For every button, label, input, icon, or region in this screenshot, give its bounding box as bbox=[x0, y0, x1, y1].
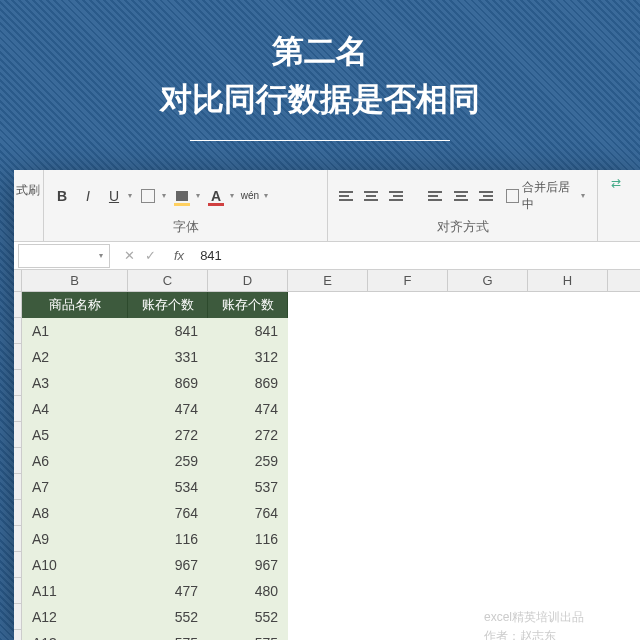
table-row: A11477480 bbox=[14, 578, 640, 604]
cell-count1[interactable]: 331 bbox=[128, 344, 208, 370]
bold-button[interactable]: B bbox=[52, 186, 72, 206]
align-center-button[interactable] bbox=[451, 186, 470, 206]
table-row: A7534537 bbox=[14, 474, 640, 500]
table-row: A10967967 bbox=[14, 552, 640, 578]
align-group-label: 对齐方式 bbox=[328, 217, 597, 241]
cell-count1[interactable]: 272 bbox=[128, 422, 208, 448]
format-painter-stub[interactable]: 式刷 bbox=[14, 170, 42, 199]
cell-count2[interactable]: 480 bbox=[208, 578, 288, 604]
cell-count2[interactable]: 312 bbox=[208, 344, 288, 370]
table-row: A4474474 bbox=[14, 396, 640, 422]
cell-name[interactable]: A8 bbox=[22, 500, 128, 526]
cell-count2[interactable]: 575 bbox=[208, 630, 288, 640]
table-row: A8764764 bbox=[14, 500, 640, 526]
table-row: A5272272 bbox=[14, 422, 640, 448]
ribbon: 式刷 B I U▾ ▾ ▾ A ▾ wén▾ 字体 bbox=[14, 170, 640, 242]
col-header-F[interactable]: F bbox=[368, 270, 448, 291]
title-divider bbox=[190, 140, 450, 141]
fx-label[interactable]: fx bbox=[166, 248, 192, 263]
cell-name[interactable]: A7 bbox=[22, 474, 128, 500]
title-line-2: 对比同行数据是否相同 bbox=[0, 78, 640, 122]
phonetic-button[interactable]: wén bbox=[240, 186, 260, 206]
fill-color-button[interactable] bbox=[172, 186, 192, 206]
cell-count2[interactable]: 474 bbox=[208, 396, 288, 422]
col-header-C[interactable]: C bbox=[128, 270, 208, 291]
underline-button[interactable]: U bbox=[104, 186, 124, 206]
excel-window: 式刷 B I U▾ ▾ ▾ A ▾ wén▾ 字体 bbox=[14, 170, 640, 640]
name-box[interactable]: ▾ bbox=[18, 244, 110, 268]
formula-input[interactable]: 841 bbox=[192, 248, 640, 263]
data-area: 商品名称 账存个数 账存个数 A1841841A2331312A3869869A… bbox=[14, 292, 640, 640]
cell-count1[interactable]: 575 bbox=[128, 630, 208, 640]
cell-name[interactable]: A5 bbox=[22, 422, 128, 448]
header-product-name[interactable]: 商品名称 bbox=[22, 292, 128, 318]
col-header-B[interactable]: B bbox=[22, 270, 128, 291]
cell-count2[interactable]: 967 bbox=[208, 552, 288, 578]
align-left-button[interactable] bbox=[426, 186, 445, 206]
cell-count2[interactable]: 869 bbox=[208, 370, 288, 396]
font-color-button[interactable]: A bbox=[206, 186, 226, 206]
cancel-formula-button[interactable]: ✕ bbox=[124, 248, 135, 263]
cell-name[interactable]: A9 bbox=[22, 526, 128, 552]
table-row: A2331312 bbox=[14, 344, 640, 370]
cell-name[interactable]: A13 bbox=[22, 630, 128, 640]
align-bottom-button[interactable] bbox=[387, 186, 406, 206]
cell-count1[interactable]: 967 bbox=[128, 552, 208, 578]
align-top-button[interactable] bbox=[336, 186, 355, 206]
cell-count1[interactable]: 534 bbox=[128, 474, 208, 500]
table-row: A9116116 bbox=[14, 526, 640, 552]
formula-bar: ▾ ✕ ✓ fx 841 bbox=[14, 242, 640, 270]
cell-name[interactable]: A6 bbox=[22, 448, 128, 474]
cell-name[interactable]: A4 bbox=[22, 396, 128, 422]
border-button[interactable] bbox=[138, 186, 158, 206]
cell-count1[interactable]: 259 bbox=[128, 448, 208, 474]
accept-formula-button[interactable]: ✓ bbox=[145, 248, 156, 263]
title-line-1: 第二名 bbox=[0, 30, 640, 74]
table-row: A1841841 bbox=[14, 318, 640, 344]
cell-count1[interactable]: 116 bbox=[128, 526, 208, 552]
merge-center-button[interactable]: 合并后居中 ▾ bbox=[502, 177, 589, 215]
column-headers: B C D E F G H bbox=[14, 270, 640, 292]
cell-count2[interactable]: 259 bbox=[208, 448, 288, 474]
cell-name[interactable]: A11 bbox=[22, 578, 128, 604]
cell-name[interactable]: A12 bbox=[22, 604, 128, 630]
cell-count2[interactable]: 272 bbox=[208, 422, 288, 448]
cell-name[interactable]: A10 bbox=[22, 552, 128, 578]
cell-count2[interactable]: 537 bbox=[208, 474, 288, 500]
merge-icon bbox=[506, 189, 520, 203]
header-count-1[interactable]: 账存个数 bbox=[128, 292, 208, 318]
table-row: A3869869 bbox=[14, 370, 640, 396]
cell-count2[interactable]: 116 bbox=[208, 526, 288, 552]
watermark: excel精英培训出品 作者：赵志东 bbox=[484, 608, 584, 640]
cell-name[interactable]: A2 bbox=[22, 344, 128, 370]
cell-count2[interactable]: 841 bbox=[208, 318, 288, 344]
cell-count1[interactable]: 552 bbox=[128, 604, 208, 630]
italic-button[interactable]: I bbox=[78, 186, 98, 206]
col-header-D[interactable]: D bbox=[208, 270, 288, 291]
cell-name[interactable]: A1 bbox=[22, 318, 128, 344]
table-header-row: 商品名称 账存个数 账存个数 bbox=[14, 292, 640, 318]
align-middle-button[interactable] bbox=[361, 186, 380, 206]
cell-count2[interactable]: 764 bbox=[208, 500, 288, 526]
ribbon-overflow[interactable]: ⇄ bbox=[598, 170, 634, 241]
table-row: A6259259 bbox=[14, 448, 640, 474]
header-count-2[interactable]: 账存个数 bbox=[208, 292, 288, 318]
font-group-label: 字体 bbox=[44, 217, 327, 241]
cell-count1[interactable]: 841 bbox=[128, 318, 208, 344]
cell-count1[interactable]: 869 bbox=[128, 370, 208, 396]
align-right-button[interactable] bbox=[476, 186, 495, 206]
cell-count1[interactable]: 477 bbox=[128, 578, 208, 604]
cell-count2[interactable]: 552 bbox=[208, 604, 288, 630]
cell-count1[interactable]: 474 bbox=[128, 396, 208, 422]
page-title-block: 第二名 对比同行数据是否相同 bbox=[0, 0, 640, 141]
col-header-G[interactable]: G bbox=[448, 270, 528, 291]
col-header-H[interactable]: H bbox=[528, 270, 608, 291]
cell-count1[interactable]: 764 bbox=[128, 500, 208, 526]
spreadsheet-grid[interactable]: B C D E F G H 商品名称 账存个数 账存个数 A1841841A23… bbox=[14, 270, 640, 640]
cell-name[interactable]: A3 bbox=[22, 370, 128, 396]
col-header-E[interactable]: E bbox=[288, 270, 368, 291]
